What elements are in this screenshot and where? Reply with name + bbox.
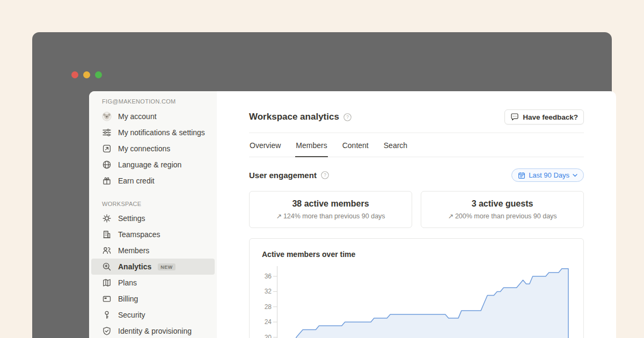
zoom-window-button[interactable] [95,71,102,78]
sidebar-item-label: Members [118,245,149,256]
sidebar-item-label: My notifications & settings [118,127,205,138]
svg-text:24: 24 [265,318,272,326]
sidebar-item-label: Settings [118,213,145,224]
sidebar-item-label: Identity & provisioning [118,326,192,336]
svg-text:32: 32 [265,288,272,295]
account-email-label: FIG@MAKENOTION.COM [102,98,217,105]
date-range-label: Last 90 Days [529,171,569,179]
arrow-up-right-box-icon [102,144,112,153]
speech-bubble-icon [510,113,519,121]
sidebar-item-label: Security [118,310,145,320]
stat-value: 38 active members [255,198,406,210]
stat-delta: ↗124% more than previous 90 days [255,211,406,221]
sidebar-item-earn-credit[interactable]: Earn credit [89,173,217,189]
app-window: FIG@MAKENOTION.COM My account My noti [32,32,612,338]
calendar-icon [518,172,525,179]
workspace-section-label: WORKSPACE [102,201,217,207]
analytics-main-pane: Workspace analytics ? Have feedback? [217,91,616,338]
analytics-tabs: Overview Members Content Search [249,133,584,157]
tab-content[interactable]: Content [342,133,369,157]
sidebar-item-security[interactable]: Security [89,307,217,323]
sidebar-item-notifications-settings[interactable]: My notifications & settings [89,124,217,141]
have-feedback-button[interactable]: Have feedback? [504,109,584,124]
sidebar-item-label: My connections [118,143,170,154]
page-title: Workspace analytics [249,110,339,124]
stat-delta: ↗200% more than previous 90 days [427,211,578,221]
svg-text:20: 20 [265,334,272,338]
sidebar-item-label: Plans [118,277,137,288]
shield-check-icon [102,326,112,336]
magnifier-plus-icon [102,262,112,271]
gift-icon [102,176,112,186]
gear-icon [102,214,112,223]
globe-icon [102,160,112,170]
trend-up-icon: ↗ [448,212,453,220]
help-icon[interactable]: ? [343,113,352,121]
sidebar-item-label: Teamspaces [118,229,160,240]
trend-up-icon: ↗ [276,212,281,220]
account-avatar-icon [102,112,112,121]
active-members-stat-card: 38 active members ↗124% more than previo… [249,191,412,228]
sidebar-item-label: Language & region [118,159,181,170]
sidebar-item-billing[interactable]: Billing [89,291,217,307]
building-icon [102,230,112,239]
svg-text:?: ? [346,114,349,120]
tab-members[interactable]: Members [295,133,327,157]
window-controls [71,71,102,78]
sidebar-item-members[interactable]: Members [89,243,217,259]
sidebar-item-label: Billing [118,293,138,304]
feedback-button-label: Have feedback? [523,113,578,121]
svg-text:?: ? [324,172,326,178]
minimize-window-button[interactable] [83,71,90,78]
new-badge: NEW [158,263,175,270]
chevron-down-icon [573,174,577,177]
map-icon [102,278,112,288]
svg-text:28: 28 [265,303,272,311]
sidebar-item-label: Earn credit [118,175,155,186]
sidebar-item-language-region[interactable]: Language & region [89,157,217,173]
credit-card-icon [102,294,112,304]
active-guests-stat-card: 3 active guests ↗200% more than previous… [421,191,584,228]
settings-modal: FIG@MAKENOTION.COM My account My noti [89,91,616,338]
tab-overview[interactable]: Overview [249,133,281,157]
key-icon [102,310,112,320]
help-icon[interactable]: ? [321,171,329,179]
sidebar-item-label: Analytics [118,261,151,272]
sidebar-item-identity-provisioning[interactable]: Identity & provisioning [89,323,217,338]
tab-search[interactable]: Search [383,133,408,157]
sidebar-item-settings[interactable]: Settings [89,210,217,226]
close-window-button[interactable] [71,71,78,78]
sidebar-item-my-connections[interactable]: My connections [89,141,217,157]
settings-sidebar: FIG@MAKENOTION.COM My account My noti [89,91,217,338]
chart-title: Active members over time [262,250,571,259]
svg-text:36: 36 [265,273,272,280]
sidebar-item-plans[interactable]: Plans [89,275,217,291]
sidebar-item-teamspaces[interactable]: Teamspaces [89,226,217,243]
sidebar-item-label: My account [118,111,157,122]
stat-value: 3 active guests [427,198,578,210]
active-members-chart-card: Active members over time 162024283236 [249,238,584,338]
sidebar-item-my-account[interactable]: My account [89,108,217,124]
sliders-icon [102,128,112,137]
sidebar-item-analytics[interactable]: Analytics NEW [91,259,215,275]
user-engagement-heading: User engagement [249,171,317,180]
people-icon [102,246,112,255]
active-members-area-chart: 162024283236 [262,263,570,338]
date-range-dropdown[interactable]: Last 90 Days [511,168,584,182]
